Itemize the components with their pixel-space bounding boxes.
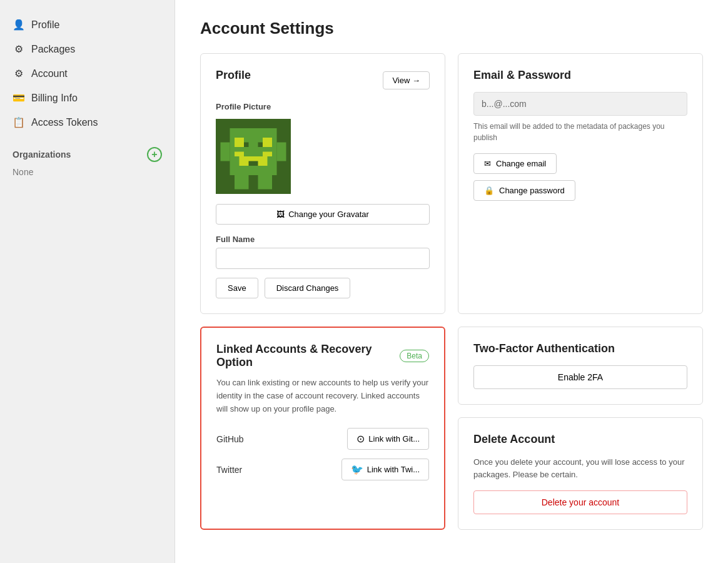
svg-rect-8 [221, 143, 230, 161]
svg-rect-4 [263, 138, 272, 147]
svg-rect-11 [258, 175, 273, 190]
profile-button-row: Save Discard Changes [216, 278, 430, 298]
sidebar-label-account: Account [31, 68, 68, 79]
full-name-input[interactable] [216, 248, 430, 269]
profile-card: Profile View → Profile Picture [200, 53, 445, 314]
svg-rect-6 [235, 152, 244, 157]
change-email-button[interactable]: ✉ Change email [473, 153, 557, 174]
link-twitter-button[interactable]: 🐦 Link with Twi... [341, 459, 429, 480]
sidebar-item-account[interactable]: ⚙ Account [0, 61, 174, 86]
svg-rect-13 [258, 143, 263, 148]
link-github-button[interactable]: ⊙ Link with Git... [347, 428, 429, 450]
linked-accounts-description: You can link existing or new accounts to… [216, 377, 429, 415]
linked-accounts-title: Linked Accounts & Recovery Option [216, 343, 392, 369]
delete-account-button[interactable]: Delete your account [473, 490, 687, 514]
account-icon: ⚙ [13, 68, 25, 79]
delete-account-description: Once you delete your account, you will l… [473, 456, 687, 480]
enable-2fa-button[interactable]: Enable 2FA [473, 365, 687, 389]
svg-rect-12 [244, 143, 249, 148]
linked-accounts-card: Linked Accounts & Recovery Option Beta Y… [200, 327, 445, 530]
sidebar-item-access-tokens[interactable]: 📋 Access Tokens [0, 110, 174, 134]
beta-badge: Beta [400, 350, 429, 362]
email-display: b...@...com [473, 92, 687, 116]
avatar [216, 119, 291, 194]
add-organization-button[interactable]: + [147, 147, 162, 162]
delete-account-card: Delete Account Once you delete your acco… [458, 417, 703, 530]
sidebar-label-billing: Billing Info [31, 93, 78, 104]
sidebar-item-billing[interactable]: 💳 Billing Info [0, 86, 174, 110]
github-icon: ⊙ [356, 433, 365, 445]
email-password-title: Email & Password [473, 69, 687, 82]
avatar-container [216, 119, 430, 194]
profile-card-title: Profile [216, 69, 251, 82]
sidebar-item-packages[interactable]: ⚙ Packages [0, 37, 174, 61]
billing-icon: 💳 [13, 92, 25, 104]
github-link-row: GitHub ⊙ Link with Git... [216, 428, 429, 450]
change-password-button[interactable]: 🔒 Change password [473, 180, 575, 201]
svg-rect-7 [263, 152, 272, 157]
svg-rect-3 [235, 138, 244, 147]
twitter-provider-name: Twitter [216, 465, 242, 475]
svg-rect-14 [249, 161, 258, 166]
change-password-label: Change password [499, 186, 565, 195]
access-tokens-icon: 📋 [13, 116, 25, 128]
add-org-icon: + [151, 149, 157, 160]
page-title: Account Settings [200, 19, 703, 38]
change-gravatar-label: Change your Gravatar [288, 210, 369, 219]
linked-accounts-header: Linked Accounts & Recovery Option Beta [216, 343, 429, 369]
view-profile-button[interactable]: View → [383, 71, 430, 89]
lock-icon: 🔒 [484, 186, 494, 195]
sidebar-label-packages: Packages [31, 44, 75, 55]
github-provider-name: GitHub [216, 434, 244, 444]
email-password-card: Email & Password b...@...com This email … [458, 53, 703, 314]
two-factor-title: Two-Factor Authentication [473, 342, 687, 355]
link-twitter-label: Link with Twi... [367, 465, 420, 474]
change-gravatar-button[interactable]: 🖼 Change your Gravatar [216, 204, 430, 225]
full-name-label: Full Name [216, 235, 430, 244]
organizations-label: Organizations [13, 150, 71, 160]
delete-account-title: Delete Account [473, 433, 687, 446]
twitter-icon: 🐦 [351, 464, 363, 475]
content-grid: Profile View → Profile Picture [200, 53, 703, 530]
profile-picture-label: Profile Picture [216, 102, 430, 111]
sidebar-item-profile[interactable]: 👤 Profile [0, 13, 174, 37]
gravatar-icon: 🖼 [276, 210, 285, 219]
main-content: Account Settings Profile View → Profile … [175, 0, 728, 563]
sidebar-label-profile: Profile [31, 19, 59, 31]
svg-rect-9 [277, 143, 286, 161]
sidebar: 👤 Profile ⚙ Packages ⚙ Account 💳 Billing… [0, 0, 175, 563]
save-button[interactable]: Save [216, 278, 258, 298]
twitter-link-row: Twitter 🐦 Link with Twi... [216, 459, 429, 480]
svg-rect-10 [235, 175, 249, 190]
profile-card-header: Profile View → [216, 69, 430, 92]
no-organizations-text: None [0, 167, 174, 183]
change-email-label: Change email [496, 159, 546, 168]
profile-icon: 👤 [13, 19, 25, 31]
discard-changes-button[interactable]: Discard Changes [265, 278, 351, 298]
packages-icon: ⚙ [13, 43, 25, 55]
email-icon: ✉ [484, 159, 491, 168]
email-note: This email will be added to the metadata… [473, 121, 687, 143]
sidebar-label-access-tokens: Access Tokens [31, 117, 98, 128]
link-github-label: Link with Git... [368, 434, 420, 444]
organizations-section: Organizations + [0, 134, 174, 167]
right-column: Two-Factor Authentication Enable 2FA Del… [458, 327, 703, 530]
two-factor-card: Two-Factor Authentication Enable 2FA [458, 327, 703, 405]
